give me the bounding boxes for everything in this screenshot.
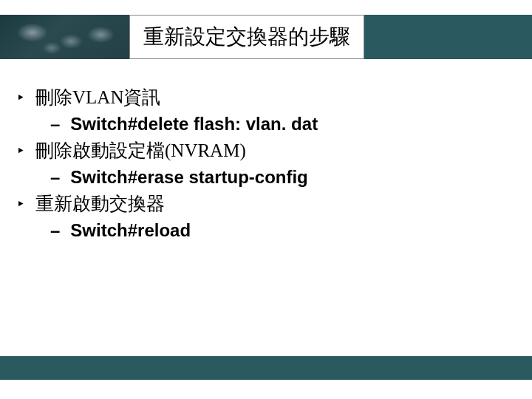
sub-bullet-text: Switch#delete flash: vlan. dat (70, 112, 318, 137)
bullet-text: 刪除啟動設定檔(NVRAM) (35, 138, 246, 163)
header-decorative-image (0, 15, 129, 59)
sub-bullet-item: – Switch#delete flash: vlan. dat (15, 112, 510, 137)
slide-content: ‣ 刪除VLAN資訊 – Switch#delete flash: vlan. … (15, 85, 510, 245)
footer-band (0, 356, 532, 380)
sub-bullet-marker-icon: – (50, 165, 60, 190)
sub-bullet-item: – Switch#reload (15, 218, 510, 243)
bullet-marker-icon: ‣ (15, 191, 35, 216)
slide-title: 重新設定交換器的步驟 (143, 23, 350, 51)
sub-bullet-marker-icon: – (50, 218, 60, 243)
bullet-item: ‣ 重新啟動交換器 (15, 191, 510, 216)
bullet-marker-icon: ‣ (15, 138, 35, 163)
title-box: 重新設定交換器的步驟 (129, 15, 364, 59)
sub-bullet-item: – Switch#erase startup-config (15, 165, 510, 190)
bullet-marker-icon: ‣ (15, 85, 35, 110)
bullet-item: ‣ 刪除啟動設定檔(NVRAM) (15, 138, 510, 163)
bullet-text: 重新啟動交換器 (35, 191, 165, 216)
sub-bullet-text: Switch#erase startup-config (70, 165, 307, 190)
sub-bullet-text: Switch#reload (70, 218, 191, 243)
sub-bullet-marker-icon: – (50, 112, 60, 137)
bullet-item: ‣ 刪除VLAN資訊 (15, 85, 510, 110)
bullet-text: 刪除VLAN資訊 (35, 85, 160, 110)
